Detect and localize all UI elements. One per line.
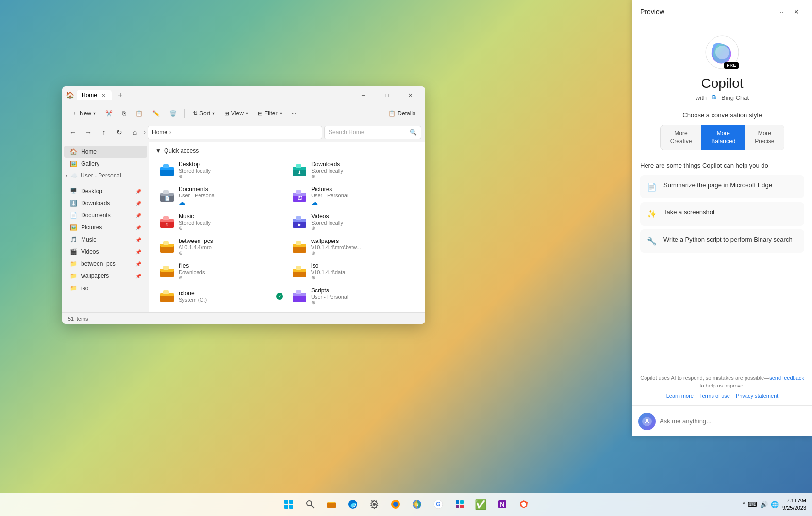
help-item-text: Summarize the page in Microsoft Edge	[663, 181, 772, 190]
send-feedback-link[interactable]: send feedback	[769, 375, 804, 381]
copilot-avatar[interactable]	[638, 413, 656, 430]
pin-icon: 📌	[135, 201, 141, 206]
tab-close-button[interactable]: ✕	[100, 92, 107, 98]
file-item-scripts[interactable]: Scripts User - Personal ⊕	[288, 284, 419, 308]
copilot-input-field[interactable]	[660, 413, 806, 430]
help-item-summarize[interactable]: 📄 Summarize the page in Microsoft Edge	[640, 175, 804, 198]
file-explorer-taskbar-button[interactable]	[322, 495, 341, 514]
help-item-python[interactable]: 🔧 Write a Python script to perform Binar…	[640, 229, 804, 253]
privacy-statement-link[interactable]: Privacy statement	[736, 392, 778, 400]
file-item-files[interactable]: files Downloads ⊕	[155, 259, 287, 283]
documents-icon: 📄	[70, 212, 77, 219]
window-app-icon: 🏠	[66, 91, 74, 99]
gallery-icon: 🖼️	[70, 161, 77, 167]
edge-taskbar-button[interactable]	[343, 495, 363, 514]
sidebar-item-iso[interactable]: 📁 iso	[64, 282, 147, 294]
up-button[interactable]: ↑	[97, 126, 111, 139]
between-pcs-folder-icon	[159, 239, 175, 255]
file-info: between_pcs \\10.1.4.4\mro ⊕	[179, 238, 213, 256]
svg-rect-40	[296, 290, 301, 294]
chevron-up-icon[interactable]: ^	[743, 501, 745, 507]
rename-button[interactable]: ✏️	[149, 108, 164, 119]
maximize-button[interactable]: □	[376, 87, 398, 103]
details-button[interactable]: 📋 Details	[384, 108, 419, 119]
search-taskbar-button[interactable]	[300, 495, 320, 514]
refresh-button[interactable]: ↻	[113, 126, 126, 139]
chrome-taskbar-button[interactable]	[407, 495, 427, 514]
address-bar[interactable]: Home ›	[148, 126, 322, 139]
more-creative-button[interactable]: MoreCreative	[661, 125, 702, 150]
google-taskbar-button[interactable]: G	[429, 495, 448, 514]
file-item-iso[interactable]: iso \\10.1.4.4\data ⊕	[288, 259, 419, 283]
folder-icon: 📁	[70, 260, 77, 267]
wallpapers-folder-icon	[292, 239, 307, 255]
brave-taskbar-button[interactable]	[514, 495, 533, 514]
new-chevron-icon: ▾	[93, 111, 96, 116]
store-taskbar-button[interactable]	[450, 495, 469, 514]
onenote-taskbar-button[interactable]: N	[493, 495, 512, 514]
sidebar-item-videos[interactable]: 🎬 Videos 📌	[64, 246, 147, 258]
delete-button[interactable]: 🗑️	[166, 108, 181, 119]
sidebar-item-pictures[interactable]: 🖼️ Pictures 📌	[64, 222, 147, 233]
filter-icon: ⊟	[258, 110, 263, 117]
file-item-between-pcs[interactable]: between_pcs \\10.1.4.4\mro ⊕	[155, 235, 287, 258]
speaker-icon[interactable]: 🔊	[760, 501, 768, 508]
forward-button[interactable]: →	[82, 126, 95, 139]
pre-badge: PRE	[724, 62, 739, 69]
home-nav-button[interactable]: ⌂	[128, 126, 142, 139]
search-bar[interactable]: Search Home 🔍	[324, 126, 421, 139]
new-button[interactable]: ＋ New ▾	[68, 107, 99, 119]
more-balanced-button[interactable]: MoreBalanced	[701, 125, 745, 150]
file-item-downloads[interactable]: ⬇ Downloads Stored locally ⊕	[288, 158, 419, 182]
footer-links: Learn more Terms of use Privacy statemen…	[640, 392, 804, 400]
start-button[interactable]	[279, 495, 298, 514]
terms-of-use-link[interactable]: Terms of use	[699, 392, 730, 400]
quick-access-header[interactable]: ▼ Quick access	[155, 147, 419, 154]
sidebar-item-wallpapers[interactable]: 📁 wallpapers 📌	[64, 270, 147, 282]
svg-rect-61	[460, 500, 464, 504]
filter-button[interactable]: ⊟ Filter ▾	[254, 108, 286, 119]
more-options-button[interactable]: ···	[773, 4, 789, 19]
file-item-videos[interactable]: ▶ Videos Stored locally ⊕	[288, 210, 419, 234]
breadcrumb-arrow: ›	[169, 129, 171, 136]
sidebar-item-music[interactable]: 🎵 Music 📌	[64, 234, 147, 245]
copilot-subtitle: with B Bing Chat	[696, 93, 749, 102]
file-item-documents[interactable]: 📄 Documents User - Personal ☁	[155, 183, 287, 209]
cut-button[interactable]: ✂️	[101, 108, 116, 119]
file-item-wallpapers[interactable]: wallpapers \\10.1.4.4\mro\betw... ⊕	[288, 235, 419, 258]
sidebar-item-documents[interactable]: 📄 Documents 📌	[64, 210, 147, 221]
sidebar-item-gallery[interactable]: 🖼️ Gallery	[64, 158, 147, 170]
file-item-rclone[interactable]: rclone System (C:) ✓	[155, 284, 287, 308]
close-panel-button[interactable]: ✕	[789, 4, 804, 19]
new-tab-button[interactable]: +	[114, 88, 127, 102]
sync-badge: ✓	[276, 293, 283, 300]
sidebar-section-user[interactable]: › ☁️ User - Personal	[62, 170, 149, 181]
sidebar-item-between-pcs[interactable]: 📁 between_pcs 📌	[64, 258, 147, 270]
help-item-screenshot[interactable]: ✨ Take a screenshot	[640, 202, 804, 226]
sort-button[interactable]: ⇅ Sort ▾	[189, 108, 218, 119]
more-button[interactable]: ···	[288, 108, 300, 119]
network-icon[interactable]: 🌐	[771, 501, 779, 508]
todo-taskbar-button[interactable]: ✅	[471, 495, 491, 514]
more-precise-button[interactable]: MorePrecise	[745, 125, 784, 150]
sidebar-item-downloads[interactable]: ⬇️ Downloads 📌	[64, 197, 147, 209]
taskbar-clock[interactable]: 7:11 AM 9/25/2023	[782, 497, 806, 512]
copy-button[interactable]: ⎘	[118, 108, 130, 119]
sidebar: 🏠 Home 🖼️ Gallery › ☁️ User - Personal 🖥…	[62, 142, 149, 312]
copilot-logo: PRE	[705, 35, 740, 70]
file-item-music[interactable]: ♫ Music Stored locally ⊕	[155, 210, 287, 234]
file-item-desktop[interactable]: Desktop Stored locally ⊕	[155, 158, 287, 182]
window-tab[interactable]: Home ✕	[77, 90, 112, 100]
back-button[interactable]: ←	[66, 126, 80, 139]
paste-button[interactable]: 📋	[132, 108, 147, 119]
file-item-pictures[interactable]: 🖼 Pictures User - Personal ☁	[288, 183, 419, 209]
settings-taskbar-button[interactable]	[365, 495, 384, 514]
view-button[interactable]: ⊞ View ▾	[220, 108, 252, 119]
close-button[interactable]: ✕	[399, 87, 421, 103]
sidebar-item-home[interactable]: 🏠 Home	[64, 146, 147, 158]
minimize-button[interactable]: ─	[352, 87, 375, 103]
sidebar-item-desktop[interactable]: 🖥️ Desktop 📌	[64, 185, 147, 197]
learn-more-link[interactable]: Learn more	[666, 392, 694, 400]
firefox-taskbar-button[interactable]	[386, 495, 405, 514]
svg-rect-34	[296, 266, 301, 270]
